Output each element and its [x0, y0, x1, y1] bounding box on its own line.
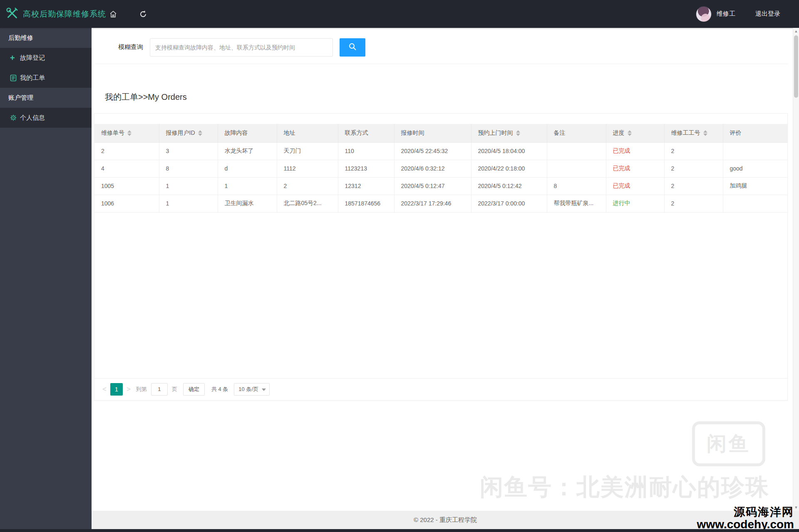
table-cell: 2020/4/22 0:18:00	[471, 160, 547, 177]
table-cell	[723, 195, 787, 212]
search-panel: 模糊查询	[95, 31, 788, 64]
table-cell: 2	[94, 142, 159, 160]
sort-icon[interactable]	[516, 130, 520, 136]
table-cell: 4	[94, 160, 159, 177]
site-watermark-name: 源码海洋网	[697, 506, 794, 518]
pagination: < 1 > 到第 页 确定 共 4 条 10 条/页	[94, 378, 787, 400]
table-header-cell: 评价	[723, 124, 787, 142]
table-cell: 2	[664, 160, 723, 177]
table-cell: 2020/4/5 0:12:47	[394, 177, 471, 195]
table-cell: 1123213	[338, 160, 394, 177]
chevron-down-icon	[262, 388, 266, 391]
user-name[interactable]: 维修工	[717, 10, 735, 18]
total-count: 共 4 条	[211, 386, 228, 393]
table-cell	[547, 142, 606, 160]
home-icon[interactable]	[109, 0, 117, 28]
sort-icon[interactable]	[628, 130, 632, 136]
sort-icon[interactable]	[127, 130, 132, 136]
document-icon	[10, 74, 20, 82]
table-row: 48d111211232132020/4/6 0:32:122020/4/22 …	[94, 160, 787, 177]
sidebar: 后勤维修 + 故障登记 我的工单 账户管理	[0, 28, 92, 532]
scroll-up-icon[interactable]: ▲	[793, 29, 799, 33]
next-page-icon[interactable]: >	[123, 385, 134, 393]
table-cell: 110	[338, 142, 394, 160]
search-button[interactable]	[340, 38, 365, 57]
app-title: 高校后勤保障维修系统	[23, 9, 106, 20]
table-cell: 1006	[94, 195, 159, 212]
goto-page-input[interactable]	[151, 383, 168, 396]
copyright-text: © 2022 - 重庆工程学院	[414, 516, 477, 524]
table-cell: 加鸡腿	[723, 177, 787, 195]
search-input[interactable]	[150, 38, 333, 57]
logout-link[interactable]: 退出登录	[755, 10, 780, 18]
page-size-select[interactable]: 10 条/页	[234, 383, 270, 396]
table-header-cell[interactable]: 维修单号	[94, 124, 159, 142]
table-cell	[723, 142, 787, 160]
table-cell: 18571874656	[338, 195, 394, 212]
table-header-cell: 故障内容	[218, 124, 277, 142]
table-header-cell: 联系方式	[338, 124, 394, 142]
sidebar-item-profile[interactable]: 个人信息	[0, 108, 92, 128]
table-header-cell[interactable]: 维修工工号	[664, 124, 723, 142]
table-cell: 3	[159, 142, 218, 160]
table-cell: 2020/4/5 22:45:32	[394, 142, 471, 160]
goto-confirm-button[interactable]: 确定	[183, 383, 205, 396]
table-cell: 已完成	[606, 142, 664, 160]
table-cell: 12312	[338, 177, 394, 195]
table-cell: 帮我带瓶矿泉...	[547, 195, 606, 212]
xianyu-text-watermark: 闲鱼号：北美洲耐心的珍珠	[480, 472, 769, 503]
page-unit-label: 页	[172, 386, 177, 393]
table-header-cell: 报修时间	[394, 124, 471, 142]
table-row: 10061卫生间漏水北二路05号2...185718746562022/3/17…	[94, 195, 787, 212]
table-cell: d	[218, 160, 277, 177]
table-header-cell[interactable]: 报修用户ID	[159, 124, 218, 142]
table-cell: 2	[664, 142, 723, 160]
vertical-scrollbar[interactable]: ▲ ▼	[793, 28, 799, 511]
site-watermark-url: www.codehy.com	[697, 518, 794, 530]
footer: © 2022 - 重庆工程学院	[92, 511, 799, 529]
sidebar-item-fault-register[interactable]: + 故障登记	[0, 48, 92, 68]
table-cell: 2	[664, 195, 723, 212]
search-label: 模糊查询	[118, 43, 143, 51]
sidebar-group-maintenance[interactable]: 后勤维修	[0, 28, 92, 48]
table-cell: 2020/4/6 0:32:12	[394, 160, 471, 177]
table-cell: 2	[664, 177, 723, 195]
table-cell: 天刀门	[277, 142, 338, 160]
sidebar-group-account[interactable]: 账户管理	[0, 88, 92, 108]
current-page-button[interactable]: 1	[110, 383, 123, 396]
table-cell: 进行中	[606, 195, 664, 212]
scroll-down-icon[interactable]: ▼	[793, 505, 799, 510]
table-cell: 2020/4/5 0:12:42	[471, 177, 547, 195]
table-cell: 2022/3/17 17:29:46	[394, 195, 471, 212]
table-cell: 已完成	[606, 177, 664, 195]
table-cell: 水龙头坏了	[218, 142, 277, 160]
scrollbar-thumb[interactable]	[794, 35, 798, 98]
sort-icon[interactable]	[198, 130, 202, 136]
table-header-cell[interactable]: 进度	[606, 124, 664, 142]
table-header-cell[interactable]: 预约上门时间	[471, 124, 547, 142]
goto-label: 到第	[136, 386, 147, 393]
search-icon	[348, 42, 357, 52]
table-cell: 8	[159, 160, 218, 177]
table-cell: 2	[277, 177, 338, 195]
top-navbar: 高校后勤保障维修系统 维修工 退出登录	[0, 0, 799, 28]
table-cell: 2022/3/17 0:00:00	[471, 195, 547, 212]
sidebar-item-my-orders[interactable]: 我的工单	[0, 68, 92, 88]
bottom-strip	[0, 529, 799, 532]
xianyu-logo-watermark: 闲鱼	[692, 421, 765, 466]
table-cell: 1	[159, 177, 218, 195]
sort-icon[interactable]	[703, 130, 707, 136]
table-header-cell: 备注	[547, 124, 606, 142]
prev-page-icon[interactable]: <	[99, 385, 110, 393]
table-cell	[547, 160, 606, 177]
table-cell: 卫生间漏水	[218, 195, 277, 212]
refresh-icon[interactable]	[139, 0, 147, 28]
table-cell: 1	[218, 177, 277, 195]
app-logo: 高校后勤保障维修系统	[5, 0, 106, 28]
orders-card: 维修单号报修用户ID故障内容地址联系方式报修时间预约上门时间备注进度维修工工号评…	[94, 113, 788, 401]
table-cell: 已完成	[606, 160, 664, 177]
orders-table-area: 维修单号报修用户ID故障内容地址联系方式报修时间预约上门时间备注进度维修工工号评…	[94, 114, 787, 379]
user-avatar[interactable]	[696, 6, 712, 22]
table-cell: 8	[547, 177, 606, 195]
table-cell: 1	[159, 195, 218, 212]
